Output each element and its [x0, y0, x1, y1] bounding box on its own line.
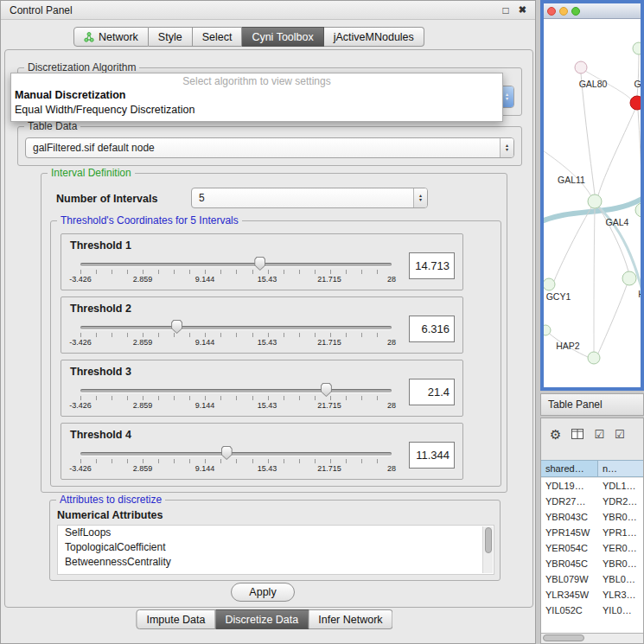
network-edge[interactable] [598, 109, 635, 195]
table-cell[interactable]: YBL079W [541, 571, 598, 587]
network-node[interactable] [544, 325, 551, 335]
network-edge[interactable] [597, 285, 627, 355]
table-row[interactable]: YPR145WYPR1… [541, 525, 643, 540]
network-edge[interactable] [638, 110, 641, 203]
table-cell[interactable]: YBR045C [541, 556, 598, 571]
network-canvas-svg[interactable]: GAL80GAGAL11GAL4GCY1HHAP2 [544, 19, 641, 387]
network-node[interactable] [635, 203, 641, 217]
table-row[interactable]: YBL079WYBL0… [541, 571, 643, 587]
number-of-intervals-combobox[interactable]: 5 ▴▾ [191, 188, 428, 208]
table-row[interactable]: YDL19…YDL1… [541, 478, 643, 494]
popup-option-manual-discretization[interactable]: Manual Discretization [11, 88, 502, 103]
network-node[interactable] [588, 352, 600, 364]
table-cell[interactable]: YIL0… [598, 603, 643, 618]
network-window-titlebar[interactable] [544, 3, 641, 19]
scrollbar-thumb[interactable] [543, 634, 584, 641]
threshold-4-value-field[interactable]: 11.344 [409, 442, 455, 469]
list-item[interactable]: BetweennessCentrality [58, 555, 494, 570]
column-header-name[interactable]: n… [598, 461, 643, 476]
table-cell[interactable]: YDR27… [541, 494, 598, 509]
threshold-3-value-field[interactable]: 21.4 [409, 379, 455, 405]
table-row[interactable]: YBR045CYBR0… [541, 556, 643, 571]
slider-thumb[interactable] [221, 446, 233, 460]
tab-infer-network[interactable]: Infer Network [309, 609, 392, 629]
tab-impute-data[interactable]: Impute Data [136, 609, 215, 629]
threshold-1-slider[interactable]: -3.4262.8599.14415.4321.71528 [61, 234, 462, 290]
tab-jactivemnodules[interactable]: jActiveMNodules [324, 27, 424, 47]
table-cell[interactable]: YBL0… [598, 571, 643, 587]
slider-track[interactable] [80, 452, 392, 456]
table-cell[interactable]: YBR0… [598, 556, 643, 571]
columns-icon[interactable] [571, 429, 583, 439]
popup-option-equal-width-frequency[interactable]: Equal Width/Frequency Discretization [11, 103, 502, 118]
slider-thumb[interactable] [321, 383, 332, 397]
tab-style[interactable]: Style [149, 27, 193, 47]
network-node[interactable] [544, 278, 555, 290]
network-node[interactable] [575, 61, 587, 73]
table-cell[interactable]: YPR1… [598, 525, 643, 540]
table-cell[interactable]: YLR3… [598, 587, 643, 603]
combobox-stepper-icon[interactable]: ▴▾ [500, 138, 513, 157]
threshold-1-value-field[interactable]: 14.713 [409, 252, 455, 279]
list-item[interactable]: TopologicalCoefficient [58, 540, 494, 555]
table-cell[interactable]: YPR145W [541, 525, 598, 540]
slider-track[interactable] [80, 389, 392, 392]
network-node[interactable] [622, 271, 636, 285]
zoom-traffic-light-icon[interactable] [571, 7, 580, 16]
control-panel-titlebar[interactable]: Control Panel □ ✖ [1, 1, 535, 20]
table-panel-header[interactable]: Table Panel [540, 393, 644, 416]
table-cell[interactable]: YER054C [541, 540, 598, 556]
horizontal-scrollbar[interactable] [541, 633, 643, 643]
minimize-traffic-light-icon[interactable] [559, 7, 568, 16]
table-cell[interactable]: YER0… [598, 540, 643, 556]
column-header-shared-name[interactable]: shared… [541, 461, 598, 476]
network-edge[interactable] [594, 208, 595, 352]
tab-discretize-data[interactable]: Discretize Data [216, 609, 309, 629]
network-edge[interactable] [544, 149, 591, 196]
numerical-attributes-list[interactable]: SelfLoops TopologicalCoefficient Between… [57, 525, 494, 575]
vertical-scrollbar[interactable] [482, 526, 493, 573]
checkbox-icon[interactable]: ☑ [615, 428, 625, 441]
list-item[interactable]: SelfLoops [58, 526, 494, 540]
slider-track[interactable] [80, 263, 392, 266]
close-traffic-light-icon[interactable] [547, 7, 556, 16]
slider-track[interactable] [80, 326, 392, 329]
network-edge[interactable] [637, 54, 639, 96]
tab-network[interactable]: Network [73, 27, 149, 47]
table-cell[interactable]: YLR345W [541, 587, 598, 603]
apply-button[interactable]: Apply [231, 583, 295, 602]
network-node[interactable] [588, 194, 602, 208]
network-node[interactable] [630, 96, 641, 110]
gear-icon[interactable]: ⚙ [550, 428, 561, 441]
table-row[interactable]: YIL052CYIL0… [541, 603, 643, 618]
table-cell[interactable]: YDL1… [598, 478, 643, 494]
slider-thumb[interactable] [254, 257, 265, 271]
threshold-4-slider[interactable]: -3.4262.8599.14415.4321.71528 [61, 424, 462, 479]
table-cell[interactable]: YBR0… [598, 509, 643, 525]
close-window-icon[interactable]: ✖ [519, 4, 526, 16]
table-row[interactable]: YER054CYER0… [541, 540, 643, 556]
table-cell[interactable]: YIL052C [541, 603, 598, 618]
float-window-icon[interactable]: □ [503, 4, 509, 16]
threshold-2-slider[interactable]: -3.4262.8599.14415.4321.71528 [61, 297, 462, 353]
table-cell[interactable]: YBR043C [541, 509, 598, 525]
table-row[interactable]: YBR043CYBR0… [541, 509, 643, 525]
slider-thumb[interactable] [171, 320, 182, 334]
checkbox-icon[interactable]: ☑ [594, 428, 604, 441]
network-node[interactable] [633, 42, 641, 54]
table-row[interactable]: YDR27…YDR2… [541, 494, 643, 509]
slider-scale-label: 9.144 [195, 401, 215, 410]
table-row[interactable]: YLR345WYLR3… [541, 587, 643, 603]
scrollbar-thumb[interactable] [485, 527, 492, 553]
threshold-2-value-field[interactable]: 6.316 [409, 316, 455, 342]
tab-label: Network [99, 31, 138, 43]
threshold-3-slider[interactable]: -3.4262.8599.14415.4321.71528 [61, 360, 462, 416]
table-cell[interactable]: YDL19… [541, 478, 598, 494]
tab-cyni-toolbox[interactable]: Cyni Toolbox [242, 27, 323, 47]
network-edge[interactable] [554, 207, 591, 281]
table-cell[interactable]: YDR2… [598, 494, 643, 509]
table-data-combobox[interactable]: galFiltered.sif default node ▴▾ [25, 137, 514, 158]
combobox-stepper-icon[interactable]: ▴▾ [413, 188, 427, 207]
slider-scale-label: 15.43 [258, 464, 277, 473]
tab-select[interactable]: Select [193, 27, 243, 47]
